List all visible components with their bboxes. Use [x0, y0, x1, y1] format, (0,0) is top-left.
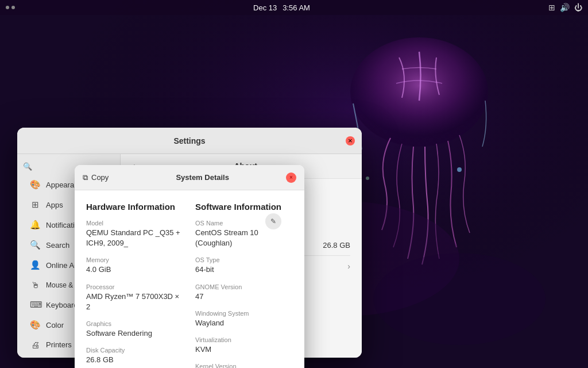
- network-icon[interactable]: ⊞: [548, 3, 555, 12]
- software-kernel-label: Kernel Version: [195, 363, 293, 368]
- hardware-model-label: Model: [86, 220, 184, 227]
- software-virtualization-label: Virtualization: [195, 336, 293, 343]
- hardware-disk-value: 26.8 GB: [86, 355, 184, 365]
- hardware-disk-label: Disk Capacity: [86, 347, 184, 354]
- hardware-memory-label: Memory: [86, 256, 184, 263]
- software-virtualization-value: KVM: [195, 344, 293, 355]
- appearance-icon: 🎨: [30, 179, 40, 190]
- hardware-processor-label: Processor: [86, 283, 184, 290]
- apps-icon: ⊞: [30, 200, 40, 210]
- volume-icon[interactable]: 🔊: [560, 3, 570, 12]
- topbar-left: [6, 6, 15, 9]
- hardware-memory-field: Memory 4.0 GiB: [86, 256, 184, 275]
- topbar-center: Dec 13 3:56 AM: [253, 3, 310, 12]
- printers-icon: 🖨: [30, 340, 40, 350]
- svg-point-7: [373, 253, 546, 345]
- hardware-disk-field: Disk Capacity 26.8 GB: [86, 347, 184, 365]
- power-icon[interactable]: ⏻: [574, 3, 582, 12]
- mouse-touchpad-icon: 🖱: [30, 280, 40, 290]
- disk-capacity-value: 26.8 GB: [323, 241, 350, 250]
- software-section-title: Software Information: [195, 202, 293, 212]
- online-accounts-icon: 👤: [30, 260, 40, 270]
- chevron-right-icon: ›: [347, 262, 350, 271]
- hardware-graphics-field: Graphics Software Rendering: [86, 320, 184, 339]
- settings-close-button[interactable]: ×: [346, 136, 355, 145]
- hardware-memory-value: 4.0 GiB: [86, 264, 184, 275]
- sidebar-label-apps: Apps: [46, 201, 63, 209]
- software-windowing-label: Windowing System: [195, 310, 293, 317]
- sidebar-label-printers: Printers: [46, 340, 72, 349]
- software-os-type-label: OS Type: [195, 256, 293, 263]
- sidebar-label-keyboard: Keyboard: [46, 301, 78, 309]
- notifications-icon: 🔔: [30, 220, 40, 230]
- hardware-processor-value: AMD Ryzen™ 7 5700X3D × 2: [86, 292, 184, 312]
- software-gnome-value: 47: [195, 292, 293, 302]
- software-gnome-label: GNOME Version: [195, 283, 293, 290]
- software-kernel-field: Kernel Version Linux 6.12.0-32.el10.x86_…: [195, 363, 293, 368]
- software-virtualization-field: Virtualization KVM: [195, 336, 293, 355]
- software-os-type-value: 64-bit: [195, 264, 293, 275]
- svg-point-3: [373, 55, 465, 124]
- keyboard-icon: ⌨: [30, 300, 40, 310]
- hardware-graphics-value: Software Rendering: [86, 328, 184, 339]
- software-windowing-value: Wayland: [195, 318, 293, 328]
- dialog-close-button[interactable]: ×: [286, 172, 296, 183]
- svg-point-4: [457, 167, 462, 172]
- topbar-right: ⊞ 🔊 ⏻: [548, 3, 582, 12]
- hardware-column: Hardware Information Model QEMU Standard…: [86, 202, 184, 368]
- svg-point-5: [366, 177, 369, 180]
- software-windowing-field: Windowing System Wayland: [195, 310, 293, 328]
- system-details-dialog: ⧉ Copy System Details × Hardware Informa…: [75, 165, 304, 368]
- dialog-body: Hardware Information Model QEMU Standard…: [75, 190, 304, 368]
- sidebar-label-search: Search: [46, 241, 69, 250]
- software-column: Software Information OS Name CentOS Stre…: [195, 202, 293, 368]
- dialog-title: System Details: [109, 173, 296, 182]
- copy-button[interactable]: ⧉ Copy: [83, 173, 109, 182]
- sidebar-label-color: Color: [46, 321, 64, 329]
- hardware-graphics-label: Graphics: [86, 320, 184, 327]
- color-icon: 🎨: [30, 320, 40, 330]
- topbar-date: Dec 13: [253, 3, 277, 12]
- hardware-model-field: Model QEMU Standard PC _Q35 + ICH9, 2009…: [86, 220, 184, 248]
- hardware-section-title: Hardware Information: [86, 202, 184, 212]
- settings-title-text: Settings: [24, 136, 355, 145]
- edit-button[interactable]: ✎: [265, 213, 281, 229]
- search-icon: 🔍: [30, 240, 40, 250]
- copy-icon: ⧉: [83, 173, 88, 182]
- dot-2: [11, 6, 15, 9]
- copy-label: Copy: [91, 173, 109, 182]
- software-os-name-value: CentOS Stream 10 (Coughlan): [195, 228, 293, 248]
- topbar-time: 3:56 AM: [283, 3, 310, 12]
- dot-1: [6, 6, 9, 9]
- topbar: Dec 13 3:56 AM ⊞ 🔊 ⏻: [0, 0, 588, 15]
- hardware-model-value: QEMU Standard PC _Q35 + ICH9, 2009_: [86, 228, 184, 248]
- settings-titlebar: Settings ×: [17, 128, 362, 154]
- hardware-processor-field: Processor AMD Ryzen™ 7 5700X3D × 2: [86, 283, 184, 312]
- topbar-dots: [6, 6, 15, 9]
- sidebar-search-icon: 🔍: [23, 162, 32, 171]
- software-gnome-field: GNOME Version 47: [195, 283, 293, 302]
- dialog-titlebar: ⧉ Copy System Details ×: [75, 165, 304, 190]
- software-os-type-field: OS Type 64-bit: [195, 256, 293, 275]
